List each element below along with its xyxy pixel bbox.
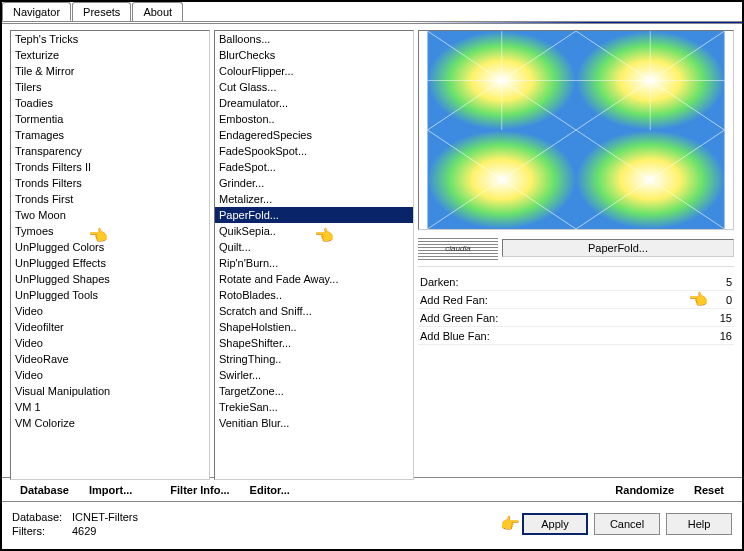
filter-item[interactable]: EndageredSpecies bbox=[215, 127, 413, 143]
db-label: Database: bbox=[12, 510, 72, 524]
filter-item[interactable]: PaperFold... bbox=[215, 207, 413, 223]
filter-item[interactable]: ColourFlipper... bbox=[215, 63, 413, 79]
category-item[interactable]: Toadies bbox=[11, 95, 209, 111]
cancel-button[interactable]: Cancel bbox=[594, 513, 660, 535]
tab-about[interactable]: About bbox=[132, 2, 183, 21]
param-row[interactable]: Add Green Fan:15 bbox=[418, 309, 734, 327]
tab-presets[interactable]: Presets bbox=[72, 2, 131, 21]
category-item[interactable]: Tronds Filters II bbox=[11, 159, 209, 175]
category-item[interactable]: Visual Manipulation bbox=[11, 383, 209, 399]
filter-item[interactable]: TrekieSan... bbox=[215, 399, 413, 415]
apply-button[interactable]: Apply bbox=[522, 513, 588, 535]
pointer-icon: 👉 bbox=[500, 514, 520, 533]
category-item[interactable]: UnPlugged Effects bbox=[11, 255, 209, 271]
category-item[interactable]: Video bbox=[11, 367, 209, 383]
filter-item[interactable]: StringThing.. bbox=[215, 351, 413, 367]
help-button[interactable]: Help bbox=[666, 513, 732, 535]
filter-item[interactable]: RotoBlades.. bbox=[215, 287, 413, 303]
category-item[interactable]: Tronds Filters bbox=[11, 175, 209, 191]
filter-item[interactable]: FadeSpookSpot... bbox=[215, 143, 413, 159]
filters-count-value: 4629 bbox=[72, 524, 96, 538]
param-label: Add Red Fan: bbox=[420, 294, 702, 306]
filter-name-display: PaperFold... bbox=[502, 239, 734, 257]
editor-button[interactable]: Editor... bbox=[242, 482, 298, 498]
param-value: 15 bbox=[702, 312, 732, 324]
param-row[interactable]: Add Red Fan:0 bbox=[418, 291, 734, 309]
filter-item[interactable]: FadeSpot... bbox=[215, 159, 413, 175]
category-item[interactable]: VideoRave bbox=[11, 351, 209, 367]
param-row[interactable]: Darken:5 bbox=[418, 273, 734, 291]
filter-item[interactable]: Emboston.. bbox=[215, 111, 413, 127]
filter-item[interactable]: Quilt... bbox=[215, 239, 413, 255]
filter-item[interactable]: Scratch and Sniff... bbox=[215, 303, 413, 319]
database-info: Database:ICNET-Filters Filters:4629 bbox=[12, 510, 138, 538]
param-value: 5 bbox=[702, 276, 732, 288]
category-item[interactable]: Video bbox=[11, 335, 209, 351]
filter-item[interactable]: QuikSepia.. bbox=[215, 223, 413, 239]
filter-title-row: claudia PaperFold... bbox=[418, 234, 734, 262]
category-item[interactable]: Tile & Mirror bbox=[11, 63, 209, 79]
preview-image bbox=[419, 31, 733, 229]
param-label: Add Blue Fan: bbox=[420, 330, 702, 342]
param-label: Darken: bbox=[420, 276, 702, 288]
filter-item[interactable]: Dreamulator... bbox=[215, 95, 413, 111]
category-list[interactable]: Teph's TricksTexturizeTile & MirrorTiler… bbox=[10, 30, 210, 480]
category-item[interactable]: UnPlugged Tools bbox=[11, 287, 209, 303]
filter-item[interactable]: TargetZone... bbox=[215, 383, 413, 399]
category-item[interactable]: Transparency bbox=[11, 143, 209, 159]
category-item[interactable]: Teph's Tricks bbox=[11, 31, 209, 47]
category-item[interactable]: Tilers bbox=[11, 79, 209, 95]
preview-column: claudia PaperFold... Darken:5Add Red Fan… bbox=[418, 30, 734, 477]
import-button[interactable]: Import... bbox=[81, 482, 140, 498]
author-logo: claudia bbox=[418, 236, 498, 260]
filter-item[interactable]: Rip'n'Burn... bbox=[215, 255, 413, 271]
filter-item[interactable]: Swirler... bbox=[215, 367, 413, 383]
main-area: Teph's TricksTexturizeTile & MirrorTiler… bbox=[2, 22, 742, 477]
param-label: Add Green Fan: bbox=[420, 312, 702, 324]
category-item[interactable]: UnPlugged Shapes bbox=[11, 271, 209, 287]
filter-item[interactable]: Metalizer... bbox=[215, 191, 413, 207]
database-button[interactable]: Database bbox=[12, 482, 77, 498]
category-item[interactable]: Tramages bbox=[11, 127, 209, 143]
category-item[interactable]: Videofilter bbox=[11, 319, 209, 335]
tab-navigator[interactable]: Navigator bbox=[2, 2, 71, 21]
category-item[interactable]: Two Moon bbox=[11, 207, 209, 223]
filter-item[interactable]: Balloons... bbox=[215, 31, 413, 47]
filter-item[interactable]: ShapeHolstien.. bbox=[215, 319, 413, 335]
randomize-button[interactable]: Randomize bbox=[607, 482, 682, 498]
filter-item[interactable]: Grinder... bbox=[215, 175, 413, 191]
link-button-row: Database Import... Filter Info... Editor… bbox=[2, 477, 742, 501]
preview-area bbox=[418, 30, 734, 230]
reset-button[interactable]: Reset bbox=[686, 482, 732, 498]
tab-bar: Navigator Presets About bbox=[2, 2, 742, 22]
category-item[interactable]: Video bbox=[11, 303, 209, 319]
category-item[interactable]: Tronds First bbox=[11, 191, 209, 207]
filters-count-label: Filters: bbox=[12, 524, 72, 538]
category-column: Teph's TricksTexturizeTile & MirrorTiler… bbox=[10, 30, 210, 477]
filter-item[interactable]: BlurChecks bbox=[215, 47, 413, 63]
filter-item[interactable]: Rotate and Fade Away... bbox=[215, 271, 413, 287]
db-value: ICNET-Filters bbox=[72, 510, 138, 524]
filter-list[interactable]: Balloons...BlurChecksColourFlipper...Cut… bbox=[214, 30, 414, 480]
filter-item[interactable]: Cut Glass... bbox=[215, 79, 413, 95]
filter-column: Balloons...BlurChecksColourFlipper...Cut… bbox=[214, 30, 414, 477]
parameters-panel: Darken:5Add Red Fan:0Add Green Fan:15Add… bbox=[418, 266, 734, 477]
category-item[interactable]: Tymoes bbox=[11, 223, 209, 239]
filter-info-button[interactable]: Filter Info... bbox=[162, 482, 237, 498]
category-item[interactable]: Tormentia bbox=[11, 111, 209, 127]
filter-item[interactable]: ShapeShifter... bbox=[215, 335, 413, 351]
param-value: 0 bbox=[702, 294, 732, 306]
filter-item[interactable]: Venitian Blur... bbox=[215, 415, 413, 431]
category-item[interactable]: VM Colorize bbox=[11, 415, 209, 431]
footer: Database:ICNET-Filters Filters:4629 👉 Ap… bbox=[2, 501, 742, 545]
category-item[interactable]: Texturize bbox=[11, 47, 209, 63]
category-item[interactable]: VM 1 bbox=[11, 399, 209, 415]
param-row[interactable]: Add Blue Fan:16 bbox=[418, 327, 734, 345]
param-value: 16 bbox=[702, 330, 732, 342]
category-item[interactable]: UnPlugged Colors bbox=[11, 239, 209, 255]
